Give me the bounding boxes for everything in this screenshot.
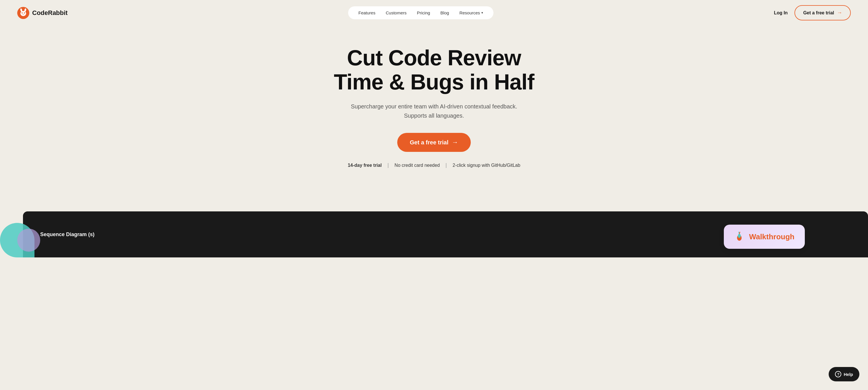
nav-resources[interactable]: Resources ▾ bbox=[459, 10, 483, 15]
trial-label: 14-day free trial bbox=[348, 163, 382, 168]
walkthrough-card[interactable]: Walkthrough bbox=[724, 225, 805, 249]
arrow-icon: → bbox=[837, 10, 842, 16]
chevron-down-icon: ▾ bbox=[482, 11, 483, 15]
hero-section: Cut Code Review Time & Bugs in Half Supe… bbox=[0, 26, 868, 183]
divider-1: | bbox=[388, 162, 389, 168]
help-icon: ? bbox=[835, 371, 841, 377]
svg-point-5 bbox=[24, 12, 25, 13]
nav-pricing[interactable]: Pricing bbox=[417, 10, 430, 15]
login-button[interactable]: Log In bbox=[774, 10, 787, 16]
help-button[interactable]: ? Help bbox=[829, 367, 859, 381]
navbar: CodeRabbit Features Customers Pricing Bl… bbox=[0, 0, 868, 26]
nav-features[interactable]: Features bbox=[359, 10, 375, 15]
signup-label: 2-click signup with GitHub/GitLab bbox=[453, 163, 521, 168]
svg-point-3 bbox=[21, 11, 26, 16]
bottom-section: Sequence Diagram (s) Walkthrough bbox=[0, 194, 868, 257]
svg-point-4 bbox=[22, 12, 23, 13]
dark-panel-label: Sequence Diagram (s) bbox=[40, 231, 94, 238]
logo[interactable]: CodeRabbit bbox=[17, 7, 67, 19]
navbar-cta-button[interactable]: Get a free trial → bbox=[795, 5, 851, 21]
svg-line-11 bbox=[739, 232, 740, 234]
nav-customers[interactable]: Customers bbox=[386, 10, 407, 15]
walkthrough-label: Walkthrough bbox=[749, 232, 795, 241]
hero-meta: 14-day free trial | No credit card neede… bbox=[348, 162, 521, 168]
nav-blog[interactable]: Blog bbox=[440, 10, 449, 15]
nav-actions: Log In Get a free trial → bbox=[774, 5, 851, 21]
arrow-icon: → bbox=[452, 139, 458, 146]
hero-title: Cut Code Review Time & Bugs in Half bbox=[322, 46, 546, 94]
svg-point-6 bbox=[22, 14, 24, 15]
no-card-label: No credit card needed bbox=[395, 163, 440, 168]
brand-name: CodeRabbit bbox=[32, 9, 67, 17]
nav-links: Features Customers Pricing Blog Resource… bbox=[348, 6, 493, 19]
purple-blob bbox=[17, 229, 40, 252]
hero-cta-button[interactable]: Get a free trial → bbox=[397, 133, 471, 152]
svg-point-9 bbox=[738, 234, 741, 238]
logo-icon bbox=[17, 7, 29, 19]
walkthrough-icon bbox=[734, 231, 744, 242]
divider-2: | bbox=[445, 162, 447, 168]
hero-subtitle: Supercharge your entire team with AI-dri… bbox=[348, 102, 520, 120]
